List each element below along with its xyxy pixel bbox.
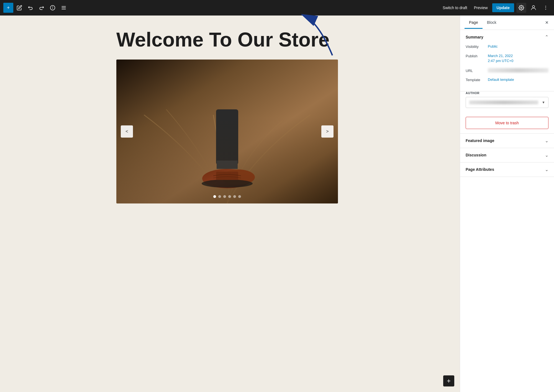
summary-visibility-row: Visibility Public xyxy=(466,44,548,49)
publish-label: Publish xyxy=(466,53,488,58)
summary-section: Summary ⌃ Visibility Public Publish Marc… xyxy=(460,30,554,91)
tab-block[interactable]: Block xyxy=(483,17,501,29)
svg-rect-12 xyxy=(216,109,238,165)
slider-dot-6[interactable] xyxy=(238,195,241,198)
slider-dot-4[interactable] xyxy=(228,195,231,198)
toolbar-right: Switch to draft Preview Update xyxy=(440,3,551,13)
main-layout: Welcome To Our Store xyxy=(0,16,554,392)
visibility-label: Visibility xyxy=(466,44,488,49)
svg-point-7 xyxy=(532,6,535,8)
summary-header[interactable]: Summary ⌃ xyxy=(466,34,548,40)
template-value[interactable]: Default template xyxy=(488,77,514,82)
preview-button[interactable]: Preview xyxy=(472,6,490,10)
slider-dots xyxy=(213,195,241,198)
editor-area: Welcome To Our Store xyxy=(0,16,460,392)
editor-content: Welcome To Our Store xyxy=(105,29,355,203)
slider-dot-1[interactable] xyxy=(213,195,216,198)
svg-point-9 xyxy=(545,7,546,8)
slider-image-svg xyxy=(116,60,338,203)
svg-rect-11 xyxy=(116,60,338,203)
url-label: URL xyxy=(466,68,488,73)
svg-point-16 xyxy=(202,179,253,188)
page-attributes-section: Page Attributes ⌄ xyxy=(460,163,554,177)
discussion-title: Discussion xyxy=(466,153,486,157)
sidebar-tabs: Page Block × xyxy=(460,16,554,30)
discussion-section: Discussion ⌄ xyxy=(460,148,554,163)
list-view-button[interactable] xyxy=(59,3,69,13)
featured-image-section: Featured image ⌄ xyxy=(460,134,554,148)
discussion-header[interactable]: Discussion ⌄ xyxy=(466,153,548,158)
svg-point-14 xyxy=(202,169,252,188)
user-avatar-button[interactable] xyxy=(529,3,538,13)
author-value-blurred xyxy=(469,100,538,104)
summary-template-row: Template Default template xyxy=(466,77,548,82)
trash-section: Move to trash xyxy=(460,112,554,134)
slider-prev-button[interactable]: < xyxy=(121,125,133,138)
edit-mode-button[interactable] xyxy=(14,3,24,13)
slider-dot-2[interactable] xyxy=(218,195,221,198)
add-block-floating-button[interactable]: + xyxy=(443,375,454,386)
slider-next-button[interactable]: > xyxy=(321,125,334,138)
author-select-chevron-icon: ▼ xyxy=(542,100,545,104)
author-select-wrapper: ▼ xyxy=(466,97,548,108)
page-attributes-chevron-icon: ⌄ xyxy=(545,167,548,172)
sidebar-close-button[interactable]: × xyxy=(544,18,550,27)
page-attributes-title: Page Attributes xyxy=(466,167,494,172)
svg-rect-17 xyxy=(216,172,238,180)
discussion-chevron-icon: ⌄ xyxy=(545,153,548,158)
slider-image: < > xyxy=(116,60,338,203)
svg-point-15 xyxy=(222,169,255,185)
tab-page[interactable]: Page xyxy=(465,17,483,29)
page-attributes-header[interactable]: Page Attributes ⌄ xyxy=(466,167,548,172)
svg-point-8 xyxy=(545,6,546,7)
featured-image-chevron-icon: ⌄ xyxy=(545,138,548,143)
summary-url-row: URL xyxy=(466,68,548,73)
url-value-blurred[interactable] xyxy=(488,68,548,73)
slider-dot-5[interactable] xyxy=(233,195,236,198)
toolbar-left: + xyxy=(3,3,439,13)
redo-button[interactable] xyxy=(37,3,47,13)
publish-value[interactable]: March 21, 2022 2:47 pm UTC+0 xyxy=(488,53,513,63)
summary-chevron-icon: ⌃ xyxy=(545,34,548,40)
slider-dot-3[interactable] xyxy=(223,195,226,198)
author-select[interactable] xyxy=(466,97,548,108)
page-title[interactable]: Welcome To Our Store xyxy=(116,29,343,51)
template-label: Template xyxy=(466,77,488,82)
featured-image-header[interactable]: Featured image ⌄ xyxy=(466,138,548,143)
svg-point-10 xyxy=(545,9,546,10)
author-label: AUTHOR xyxy=(466,91,548,95)
toolbar: + Switch to draft Preview Update xyxy=(0,0,554,16)
sidebar: Page Block × Summary ⌃ Visibility Public… xyxy=(460,16,554,392)
svg-point-6 xyxy=(521,7,522,9)
add-block-toolbar-button[interactable]: + xyxy=(3,3,13,13)
move-to-trash-button[interactable]: Move to trash xyxy=(466,117,548,129)
visibility-value[interactable]: Public xyxy=(488,44,497,49)
switch-to-draft-button[interactable]: Switch to draft xyxy=(440,6,470,10)
svg-rect-13 xyxy=(217,161,238,169)
settings-button[interactable] xyxy=(516,3,526,13)
more-options-button[interactable] xyxy=(541,3,551,13)
summary-title: Summary xyxy=(466,35,483,39)
author-section: AUTHOR ▼ xyxy=(460,91,554,112)
featured-image-title: Featured image xyxy=(466,138,494,143)
slider-block: < > xyxy=(116,60,338,203)
summary-publish-row: Publish March 21, 2022 2:47 pm UTC+0 xyxy=(466,53,548,63)
info-button[interactable] xyxy=(48,3,58,13)
update-button[interactable]: Update xyxy=(492,3,514,12)
undo-button[interactable] xyxy=(25,3,35,13)
